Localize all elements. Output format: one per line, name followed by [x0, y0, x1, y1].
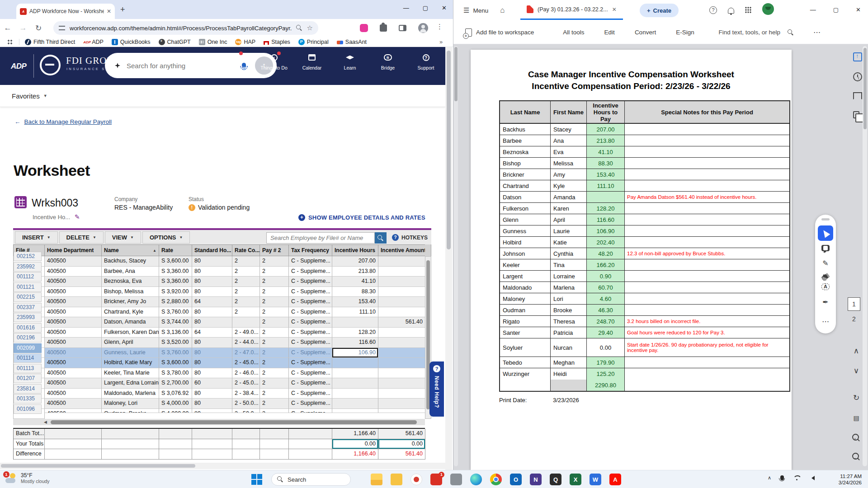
cell-rate-code[interactable]: 2 - 49.0...	[232, 328, 260, 338]
cell-name[interactable]: Backhus, Stacey	[102, 256, 159, 267]
cell-incentive-hours[interactable]: 128.20	[332, 328, 378, 338]
grid-menu-button[interactable]: OPTIONS▼	[142, 231, 190, 244]
cell-tax-frequency[interactable]: C - Suppleme...	[289, 317, 332, 328]
file-number-link[interactable]: 235993	[14, 313, 42, 322]
cell-name[interactable]: Fulkerson, Karen Danz	[102, 328, 159, 338]
more-tools-icon[interactable]: ⋯	[818, 314, 833, 329]
sign-tool-icon[interactable]: ✒	[818, 294, 833, 310]
site-settings-icon[interactable]	[59, 26, 65, 30]
cell-rate-code[interactable]: 2 - 44.0...	[232, 338, 260, 348]
cell-pay-2[interactable]: 2	[260, 287, 289, 297]
document-scrollbar[interactable]	[863, 46, 867, 466]
apps-grid-icon[interactable]	[745, 7, 751, 13]
folder-icon[interactable]	[391, 474, 402, 485]
cell-rate-code[interactable]: 2	[232, 307, 260, 318]
adp-search-input[interactable]	[126, 61, 236, 70]
cell-home-department[interactable]: 400500	[45, 317, 102, 328]
favorites-bar[interactable]: Favorites▼	[0, 85, 445, 107]
cell-name[interactable]: Holbird, Katie Mary	[102, 358, 159, 368]
cell-home-department[interactable]: 400500	[45, 409, 102, 413]
table-row[interactable]: 235992 400500 Barbee, Ana S 3,360.00 80 …	[14, 267, 431, 277]
bookmark-item[interactable]: HAP	[235, 39, 255, 45]
cell-tax-frequency[interactable]: C - Suppleme...	[289, 378, 332, 389]
cell-standard-hours[interactable]: 80	[192, 348, 232, 358]
cell-name[interactable]: Largent, Edna Lorraine	[102, 378, 159, 389]
scroll-left-arrow-icon[interactable]: ◀	[44, 420, 47, 424]
adp-nav-item[interactable]: Calendar	[299, 52, 325, 70]
grid-menu-button[interactable]: VIEW▼	[105, 231, 141, 244]
cell-incentive-hours[interactable]: 153.40	[332, 297, 378, 307]
cell-pay-2[interactable]: 2	[260, 338, 289, 348]
acrobat-icon[interactable]: A	[609, 474, 621, 485]
page-vertical-scrollbar[interactable]	[445, 47, 452, 470]
quickbooks-icon[interactable]: Q	[550, 474, 561, 485]
page-view-icon[interactable]: ▤	[851, 413, 861, 423]
cell-standard-hours[interactable]: 64	[192, 297, 232, 307]
mic-tray-icon[interactable]	[780, 475, 784, 480]
cell-incentive-hours[interactable]: 41.10	[332, 277, 378, 287]
cell-pay-2[interactable]: 2	[260, 328, 289, 338]
cell-rate-code[interactable]: 2 - 46.0...	[232, 368, 260, 379]
cell-standard-hours[interactable]: 80	[192, 287, 232, 297]
bookmarks-overflow-icon[interactable]: »	[439, 38, 443, 45]
cell-rate[interactable]: S 2,700.00	[159, 378, 192, 389]
cell-rate-code[interactable]: 2	[232, 297, 260, 307]
extension-icon[interactable]	[360, 24, 368, 32]
expand-down-icon[interactable]: ∨	[851, 366, 861, 376]
grid-menu-button[interactable]: DELETE▼	[59, 231, 104, 244]
cell-name[interactable]: Maloney, Lori	[102, 399, 159, 409]
cell-home-department[interactable]: 400500	[45, 368, 102, 379]
acrobat-menu-item[interactable]: Edit	[604, 29, 615, 36]
cell-incentive-amount[interactable]	[378, 368, 425, 379]
file-number-link[interactable]: 001616	[14, 323, 42, 333]
cell-incentive-hours[interactable]: 116.60	[332, 338, 378, 348]
cell-tax-frequency[interactable]: C - Suppleme...	[289, 267, 332, 277]
back-icon[interactable]: ←	[0, 23, 15, 33]
reload-icon[interactable]: ↻	[31, 23, 46, 33]
cell-rate-code[interactable]: 2 - 50.0...	[232, 409, 260, 413]
adp-nav-item[interactable]: Learn	[337, 52, 363, 70]
refresh-icon[interactable]: ↻	[851, 393, 861, 403]
cell-home-department[interactable]: 400500	[45, 348, 102, 358]
table-row[interactable]: 002152 400500 Backhus, Stacey S 3,600.00…	[14, 256, 431, 267]
cell-standard-hours[interactable]: 80	[192, 389, 232, 399]
cell-name[interactable]: Brickner, Amy Jo	[102, 297, 159, 307]
cell-rate-code[interactable]: 2 - 47.0...	[232, 348, 260, 358]
cell-incentive-amount[interactable]	[378, 378, 425, 389]
cell-rate[interactable]: S 3,780.00	[159, 368, 192, 379]
cell-tax-frequency[interactable]: C - Suppleme...	[289, 338, 332, 348]
create-button[interactable]: + Create	[640, 4, 679, 17]
cell-incentive-amount[interactable]: 561.40	[378, 317, 425, 328]
weather-widget[interactable]: 1 35°F Mostly cloudy	[5, 472, 50, 484]
edit-pencil-icon[interactable]: ✎	[75, 213, 80, 221]
cell-name[interactable]: Maldonado, Marlena	[102, 389, 159, 399]
adobe-app-icon[interactable]: 1	[430, 474, 442, 485]
bookmark-item[interactable]: ChatGPT	[159, 39, 191, 45]
page-number-current[interactable]: 1	[848, 297, 860, 311]
cell-tax-frequency[interactable]: C - Suppleme...	[289, 277, 332, 287]
cell-rate[interactable]: S 3,520.00	[159, 338, 192, 348]
cell-incentive-amount[interactable]	[378, 328, 425, 338]
cell-tax-frequency[interactable]: C - Suppleme...	[289, 358, 332, 368]
select-tool-icon[interactable]	[818, 225, 833, 241]
bookmark-item[interactable]: QuickBooks	[112, 39, 151, 45]
cell-tax-frequency[interactable]: C - Suppleme...	[289, 287, 332, 297]
forward-icon[interactable]: →	[15, 23, 31, 33]
table-row[interactable]: 001207 400500 Largent, Edna Lorraine S 2…	[14, 378, 431, 389]
cell-incentive-amount[interactable]	[378, 297, 425, 307]
file-number-link[interactable]: 001113	[14, 364, 42, 373]
document-tab[interactable]: (Pay 3) 01.23.26 - 03.22.2... ✕	[520, 0, 623, 20]
cell-standard-hours[interactable]: 80	[192, 358, 232, 368]
cell-rate-code[interactable]: 2 - 50.0...	[232, 399, 260, 409]
cell-pay-2[interactable]: 2	[260, 277, 289, 287]
grid-horizontal-scrollbar[interactable]: ◀	[13, 419, 425, 425]
column-header[interactable]: Incentive Hours	[332, 245, 378, 256]
cell-pay-2[interactable]: 2	[260, 317, 289, 328]
acrobat-menu-item[interactable]: E-Sign	[676, 29, 694, 36]
cell-rate[interactable]: S 3,920.00	[159, 287, 192, 297]
wifi-icon[interactable]	[793, 475, 800, 481]
file-number-link[interactable]: 002215	[14, 292, 42, 302]
page-horizontal-scrollbar[interactable]	[0, 463, 445, 469]
file-number-link[interactable]: 001121	[14, 282, 42, 292]
comment-tool-icon[interactable]	[821, 245, 830, 251]
